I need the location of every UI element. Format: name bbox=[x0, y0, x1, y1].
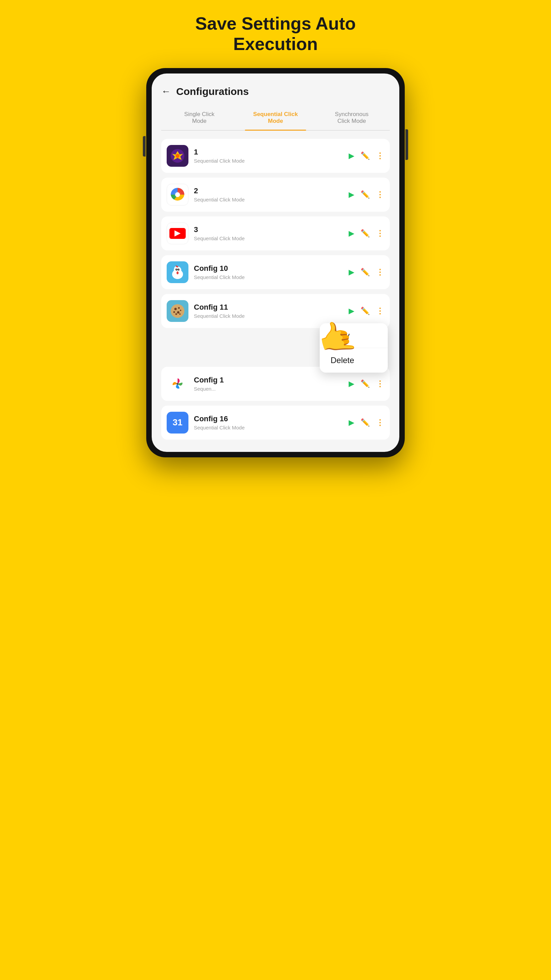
svg-point-19 bbox=[173, 311, 175, 313]
config-item-1: 1 Sequential Click Mode ▶ ✏️ ⋮ bbox=[161, 139, 390, 173]
config-mode-10: Sequential Click Mode bbox=[194, 274, 343, 280]
more-button-3[interactable]: ⋮ bbox=[376, 229, 384, 238]
play-button-10[interactable]: ▶ bbox=[349, 268, 354, 277]
more-button-1[interactable]: ⋮ bbox=[376, 151, 384, 161]
more-button-10[interactable]: ⋮ bbox=[376, 267, 384, 277]
play-button-2[interactable]: ▶ bbox=[349, 190, 354, 199]
svg-point-2 bbox=[176, 154, 179, 158]
svg-point-24 bbox=[176, 383, 179, 385]
tab-single-click[interactable]: Single ClickMode bbox=[161, 107, 237, 130]
play-button-12[interactable]: ▶ bbox=[349, 379, 354, 388]
svg-point-17 bbox=[175, 308, 177, 310]
edit-button-3[interactable]: ✏️ bbox=[360, 229, 370, 238]
config-item-10: Config 10 Sequential Click Mode ▶ ✏️ ⋮ bbox=[161, 255, 390, 289]
context-menu: Copy Delete bbox=[320, 323, 388, 372]
svg-point-21 bbox=[180, 310, 181, 311]
app-icon-10 bbox=[167, 261, 189, 283]
play-button-3[interactable]: ▶ bbox=[349, 229, 354, 238]
config-number-16: Config 16 bbox=[194, 414, 343, 423]
svg-point-22 bbox=[176, 313, 177, 315]
svg-point-20 bbox=[177, 311, 179, 313]
config-item-3: 3 Sequential Click Mode ▶ ✏️ ⋮ bbox=[161, 216, 390, 250]
calendar-icon: 31 bbox=[168, 413, 187, 432]
config-info-3: 3 Sequential Click Mode bbox=[194, 225, 343, 241]
config-actions-12: ▶ ✏️ ⋮ bbox=[349, 379, 384, 388]
more-button-11[interactable]: ⋮ bbox=[376, 306, 384, 315]
svg-point-10 bbox=[176, 269, 178, 270]
edit-button-12[interactable]: ✏️ bbox=[360, 379, 370, 388]
cookie-icon bbox=[169, 303, 186, 319]
phone-frame: ← Configurations Single ClickMode Sequen… bbox=[146, 68, 405, 457]
phone-screen: ← Configurations Single ClickMode Sequen… bbox=[152, 73, 399, 452]
config-info-11: Config 11 Sequential Click Mode bbox=[194, 303, 343, 319]
config-info-12: Config 1 Sequen... bbox=[194, 375, 343, 392]
config-number-11: Config 11 bbox=[194, 303, 343, 312]
app-icon-3 bbox=[167, 223, 189, 244]
tab-sequential-click[interactable]: Sequential ClickMode bbox=[237, 107, 314, 130]
play-triangle bbox=[175, 231, 181, 237]
config-info-1: 1 Sequential Click Mode bbox=[194, 148, 343, 164]
config-list: 1 Sequential Click Mode ▶ ✏️ ⋮ bbox=[161, 139, 390, 440]
more-button-16[interactable]: ⋮ bbox=[376, 418, 384, 427]
app-icon-11 bbox=[167, 300, 189, 322]
svg-point-15 bbox=[176, 272, 179, 274]
svg-point-13 bbox=[179, 269, 179, 269]
svg-point-6 bbox=[175, 192, 180, 197]
config-item-11: Config 11 Sequential Click Mode ▶ ✏️ ⋮ C… bbox=[161, 294, 390, 328]
header: ← Configurations bbox=[161, 86, 390, 97]
tab-single-click-label: Single ClickMode bbox=[184, 111, 214, 124]
config-actions-1: ▶ ✏️ ⋮ bbox=[349, 151, 384, 161]
chrome-icon bbox=[169, 186, 186, 203]
config-info-2: 2 Sequential Click Mode bbox=[194, 186, 343, 202]
app-icon-1 bbox=[167, 145, 189, 167]
config-item-16: 31 Config 16 Sequential Click Mode ▶ ✏️ … bbox=[161, 406, 390, 440]
config-number-10: Config 10 bbox=[194, 264, 343, 273]
pinwheel-icon bbox=[169, 375, 186, 392]
page-title: Save Settings Auto Execution bbox=[189, 14, 362, 54]
play-button-11[interactable]: ▶ bbox=[349, 307, 354, 315]
youtube-icon bbox=[169, 228, 186, 239]
play-button-1[interactable]: ▶ bbox=[349, 151, 354, 160]
tab-sequential-click-label: Sequential ClickMode bbox=[253, 111, 298, 124]
edit-button-2[interactable]: ✏️ bbox=[360, 190, 370, 199]
context-menu-delete[interactable]: Delete bbox=[320, 348, 388, 372]
config-actions-16: ▶ ✏️ ⋮ bbox=[349, 418, 384, 427]
config-mode-11: Sequential Click Mode bbox=[194, 313, 343, 319]
config-actions-3: ▶ ✏️ ⋮ bbox=[349, 229, 384, 238]
context-menu-wrapper: ⋮ Copy Delete bbox=[376, 306, 384, 316]
more-button-12[interactable]: ⋮ bbox=[376, 379, 384, 388]
edit-button-11[interactable]: ✏️ bbox=[360, 307, 370, 315]
config-mode-12: Sequen... bbox=[194, 386, 343, 392]
config-actions-11: ▶ ✏️ ⋮ Copy Delete bbox=[349, 306, 384, 316]
config-info-10: Config 10 Sequential Click Mode bbox=[194, 264, 343, 280]
config-actions-10: ▶ ✏️ ⋮ bbox=[349, 267, 384, 277]
back-button[interactable]: ← bbox=[161, 86, 171, 97]
svg-point-23 bbox=[179, 313, 181, 315]
app-icon-12 bbox=[167, 373, 189, 395]
edit-button-16[interactable]: ✏️ bbox=[360, 418, 370, 427]
config-number-12: Config 1 bbox=[194, 375, 343, 385]
tab-bar: Single ClickMode Sequential ClickMode Sy… bbox=[161, 107, 390, 130]
svg-point-12 bbox=[176, 269, 177, 269]
tab-synchronous-click[interactable]: SynchronousClick Mode bbox=[314, 107, 390, 130]
app-icon-16: 31 bbox=[167, 412, 189, 434]
config-info-16: Config 16 Sequential Click Mode bbox=[194, 414, 343, 430]
svg-point-18 bbox=[178, 307, 180, 309]
chicken-icon bbox=[169, 264, 186, 280]
config-mode-1: Sequential Click Mode bbox=[194, 158, 343, 164]
more-button-2[interactable]: ⋮ bbox=[376, 190, 384, 199]
context-menu-copy[interactable]: Copy bbox=[320, 323, 388, 348]
config-mode-2: Sequential Click Mode bbox=[194, 197, 343, 202]
game-icon bbox=[170, 148, 185, 163]
config-item-2: 2 Sequential Click Mode ▶ ✏️ ⋮ bbox=[161, 178, 390, 212]
edit-button-1[interactable]: ✏️ bbox=[360, 151, 370, 160]
edit-button-10[interactable]: ✏️ bbox=[360, 268, 370, 277]
app-icon-2 bbox=[167, 184, 189, 205]
config-mode-16: Sequential Click Mode bbox=[194, 425, 343, 430]
config-number-1: 1 bbox=[194, 148, 343, 156]
svg-point-11 bbox=[178, 269, 179, 270]
config-mode-3: Sequential Click Mode bbox=[194, 235, 343, 241]
play-button-16[interactable]: ▶ bbox=[349, 418, 354, 427]
config-number-3: 3 bbox=[194, 225, 343, 234]
svg-point-16 bbox=[171, 304, 184, 318]
